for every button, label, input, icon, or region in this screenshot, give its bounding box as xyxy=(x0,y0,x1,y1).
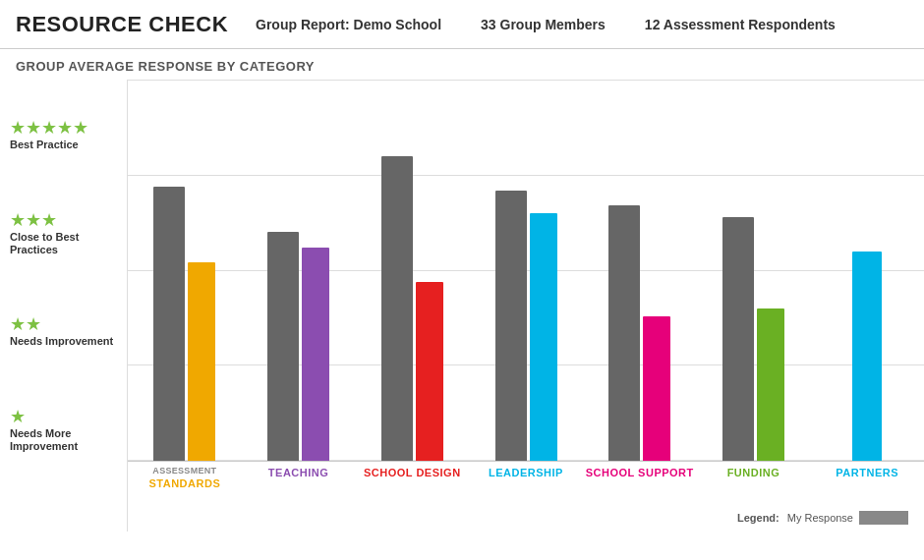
legend-box xyxy=(859,511,908,525)
bars-row-teaching xyxy=(242,80,356,461)
x-label-teaching: TEACHING xyxy=(242,466,356,510)
bars-container xyxy=(128,80,924,461)
bar-school-support-pink xyxy=(643,316,670,461)
legend-area: Legend: My Response xyxy=(128,510,924,532)
y-label-needs-improvement: Needs Improvement xyxy=(10,335,113,348)
x-label-school-design: SCHOOL DESIGN xyxy=(355,466,469,510)
x-label-funding: FUNDING xyxy=(697,466,811,510)
bar-funding-gray xyxy=(722,217,754,461)
x-main-label-school-support: SCHOOL SUPPORT xyxy=(586,467,694,479)
y-label-needs-more: Needs MoreImprovement xyxy=(10,427,78,453)
respondents-label: 12 Assessment Respondents xyxy=(645,17,836,32)
category-partners xyxy=(810,80,924,461)
y-legend-best-practice: ★★★★★ Best Practice xyxy=(10,119,117,151)
category-funding xyxy=(697,80,811,461)
y-legend-needs-more: ★ Needs MoreImprovement xyxy=(10,408,117,453)
x-sublabel-standards: ASSESSMENT xyxy=(152,466,216,476)
chart-area: ★★★★★ Best Practice ★★★ Close to BestPra… xyxy=(0,80,924,532)
bar-leadership-gray xyxy=(495,191,527,461)
legend-label: Legend: xyxy=(737,512,780,524)
category-teaching xyxy=(242,80,356,461)
x-main-label-leadership: LEADERSHIP xyxy=(489,467,563,479)
x-main-label-funding: FUNDING xyxy=(727,467,780,479)
stars-2: ★★ xyxy=(10,315,41,333)
category-school-support xyxy=(583,80,697,461)
y-label-close: Close to BestPractices xyxy=(10,231,79,256)
bar-leadership-blue xyxy=(530,213,557,461)
bar-school-design-gray xyxy=(381,156,413,461)
x-main-label-standards: STANDARDS xyxy=(148,477,220,490)
app-title: RESOURCE CHECK xyxy=(16,12,228,37)
bar-standards-gray xyxy=(153,187,185,461)
x-label-leadership: LEADERSHIP xyxy=(469,466,583,510)
x-label-standards: ASSESSMENT STANDARDS xyxy=(128,466,242,510)
legend-item-label: My Response xyxy=(787,512,853,524)
x-axis: ASSESSMENT STANDARDS TEACHING SCHOOL DES… xyxy=(128,461,924,510)
bar-teaching-gray xyxy=(267,232,299,461)
x-main-label-partners: PARTNERS xyxy=(836,467,898,479)
y-label-best-practice: Best Practice xyxy=(10,139,79,151)
bars-row-leadership xyxy=(469,80,583,461)
stars-5: ★★★★★ xyxy=(10,119,88,137)
bar-teaching-purple xyxy=(302,248,329,461)
y-legend-close: ★★★ Close to BestPractices xyxy=(10,211,117,256)
bars-row-school-design xyxy=(355,80,469,461)
x-main-label-teaching: TEACHING xyxy=(268,467,328,479)
chart-main: ASSESSMENT STANDARDS TEACHING SCHOOL DES… xyxy=(128,80,924,532)
bar-standards-yellow xyxy=(188,262,215,461)
header: RESOURCE CHECK Group Report: Demo School… xyxy=(0,0,924,49)
bar-funding-green xyxy=(757,308,784,461)
x-label-school-support: SCHOOL SUPPORT xyxy=(583,466,697,510)
bars-row-standards xyxy=(128,80,242,461)
x-label-partners: PARTNERS xyxy=(810,466,924,510)
bar-school-support-gray xyxy=(608,205,640,461)
report-label: Group Report: Demo School xyxy=(256,17,441,32)
x-main-label-school-design: SCHOOL DESIGN xyxy=(364,467,461,479)
members-label: 33 Group Members xyxy=(481,17,606,32)
stars-1: ★ xyxy=(10,408,26,425)
stars-3: ★★★ xyxy=(10,211,57,229)
section-title: GROUP AVERAGE RESPONSE BY CATEGORY xyxy=(0,49,924,80)
category-standards xyxy=(128,80,242,461)
y-legend-needs-improvement: ★★ Needs Improvement xyxy=(10,315,117,348)
category-school-design xyxy=(355,80,469,461)
bars-row-funding xyxy=(697,80,811,461)
header-info: Group Report: Demo School 33 Group Membe… xyxy=(256,17,836,32)
category-leadership xyxy=(469,80,583,461)
y-axis: ★★★★★ Best Practice ★★★ Close to BestPra… xyxy=(0,80,128,532)
bars-row-partners xyxy=(810,80,924,461)
grid-area xyxy=(128,80,924,461)
bar-partners-blue xyxy=(852,252,882,461)
bar-school-design-red xyxy=(416,282,443,461)
bars-row-school-support xyxy=(583,80,697,461)
